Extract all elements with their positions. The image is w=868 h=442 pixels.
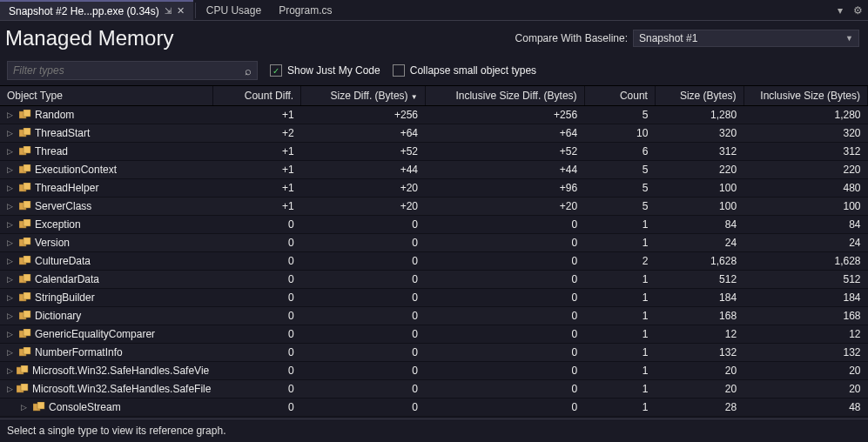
table-scroll[interactable]: Object Type Count Diff. Size Diff. (Byte… — [0, 86, 868, 419]
table-row[interactable]: ▷Thread+1+52+526312312 — [0, 143, 868, 161]
cell-incl-size: 100 — [744, 198, 867, 216]
cell-count-diff: +1 — [212, 198, 301, 216]
compare-baseline-value: Snapshot #1 — [639, 32, 697, 44]
table-row[interactable]: ▷ConsoleStream00012848 — [0, 398, 868, 417]
expand-icon[interactable]: ▷ — [7, 110, 16, 119]
filter-input[interactable] — [13, 64, 245, 77]
cell-incl-size-diff: 0 — [425, 362, 584, 380]
table-row[interactable]: ▷GenericEqualityComparer00011212 — [0, 325, 868, 344]
cell-count-diff: 0 — [212, 344, 301, 362]
tab-snapshot[interactable]: Snapshot #2 He...pp.exe (0.34s) ⇲ ✕ — [0, 0, 193, 20]
table-row[interactable]: ▷CalendarData0001512512 — [0, 271, 868, 289]
expand-icon[interactable]: ▷ — [7, 147, 16, 156]
cell-incl-size-diff: 0 — [425, 380, 584, 398]
class-icon — [19, 329, 31, 339]
cell-count-diff: 0 — [212, 234, 301, 252]
pin-icon[interactable]: ⇲ — [165, 6, 172, 16]
class-icon — [19, 110, 31, 120]
expand-icon[interactable]: ▷ — [7, 220, 16, 229]
collapse-small-checkbox[interactable]: Collapse small object types — [393, 64, 536, 77]
svg-rect-1 — [24, 110, 30, 117]
chevron-down-icon: ▼ — [845, 34, 853, 43]
cell-count: 1 — [584, 307, 655, 325]
table-row[interactable]: ▷CultureData00021,6281,628 — [0, 252, 868, 271]
col-count-diff[interactable]: Count Diff. — [212, 86, 301, 106]
cell-size: 20 — [655, 362, 744, 380]
col-size-diff[interactable]: Size Diff. (Bytes)▼ — [301, 86, 425, 106]
col-count[interactable]: Count — [584, 86, 655, 106]
cell-size-diff: +44 — [301, 161, 425, 179]
col-incl-size-diff[interactable]: Inclusive Size Diff. (Bytes) — [425, 86, 584, 106]
window-dropdown-icon[interactable]: ▾ — [832, 4, 848, 17]
expand-icon[interactable]: ▷ — [7, 165, 16, 174]
tab-cpu-usage[interactable]: CPU Usage — [198, 0, 270, 20]
cell-count: 1 — [584, 234, 655, 252]
expand-icon[interactable]: ▷ — [7, 275, 16, 284]
expand-icon[interactable]: ▷ — [7, 202, 16, 211]
expand-icon[interactable]: ▷ — [7, 238, 16, 247]
cell-count: 5 — [584, 106, 655, 124]
expand-icon[interactable]: ▷ — [7, 366, 13, 375]
cell-size: 168 — [655, 307, 744, 325]
cell-size-diff: +52 — [301, 143, 425, 161]
expand-icon[interactable]: ▷ — [7, 257, 16, 265]
cell-incl-size-diff: 0 — [425, 325, 584, 344]
show-my-code-label: Show Just My Code — [287, 64, 380, 77]
cell-count: 1 — [584, 289, 655, 307]
cell-type: ▷CultureData — [0, 252, 212, 271]
tab-divider — [195, 3, 196, 18]
expand-icon[interactable]: ▷ — [7, 129, 16, 137]
expand-icon[interactable]: ▷ — [7, 385, 13, 393]
close-icon[interactable]: ✕ — [177, 5, 185, 17]
svg-rect-11 — [24, 201, 30, 208]
table-row[interactable]: ▷ServerClass+1+20+205100100 — [0, 198, 868, 216]
table-row[interactable]: ▷Dictionary0001168168 — [0, 307, 868, 325]
type-name: ExecutionContext — [35, 164, 117, 176]
table-row[interactable]: ▷ThreadHelper+1+20+965100480 — [0, 179, 868, 198]
expand-icon[interactable]: ▷ — [21, 403, 30, 412]
tab-program-cs[interactable]: Program.cs — [270, 0, 340, 20]
col-size[interactable]: Size (Bytes) — [655, 86, 744, 106]
expand-icon[interactable]: ▷ — [7, 348, 16, 357]
search-icon[interactable]: ⌕ — [245, 64, 252, 77]
table-row[interactable]: ▷Microsoft.Win32.SafeHandles.SafeFile000… — [0, 380, 868, 398]
type-name: Microsoft.Win32.SafeHandles.SafeFile — [32, 383, 211, 395]
table-row[interactable]: ▷Random+1+256+25651,2801,280 — [0, 106, 868, 124]
table-row[interactable]: ▷StringBuilder0001184184 — [0, 289, 868, 307]
class-icon — [19, 183, 31, 193]
class-icon — [19, 201, 31, 211]
col-incl-size[interactable]: Inclusive Size (Bytes) — [744, 86, 867, 106]
expand-icon[interactable]: ▷ — [7, 311, 16, 320]
col-object-type[interactable]: Object Type — [0, 86, 212, 106]
cell-count-diff: 0 — [212, 380, 301, 398]
compare-label: Compare With Baseline: — [515, 32, 628, 44]
svg-rect-7 — [24, 164, 30, 171]
cell-size-diff: +20 — [301, 179, 425, 198]
cell-count: 1 — [584, 271, 655, 289]
compare-baseline-select[interactable]: Snapshot #1 ▼ — [633, 30, 859, 47]
cell-incl-size: 312 — [744, 143, 867, 161]
cell-incl-size: 12 — [744, 325, 867, 344]
expand-icon[interactable]: ▷ — [7, 330, 16, 338]
expand-icon[interactable]: ▷ — [7, 293, 16, 302]
type-name: ThreadStart — [35, 127, 90, 139]
cell-count-diff: 0 — [212, 307, 301, 325]
gear-icon[interactable]: ⚙ — [848, 4, 868, 17]
table-row[interactable]: ▷ThreadStart+2+64+6410320320 — [0, 124, 868, 143]
svg-rect-23 — [24, 311, 30, 318]
cell-count-diff: 0 — [212, 216, 301, 234]
table-body: ▷Random+1+256+25651,2801,280▷ThreadStart… — [0, 106, 868, 417]
show-my-code-checkbox[interactable]: ✓ Show Just My Code — [270, 64, 380, 77]
type-name: ConsoleStream — [49, 401, 121, 413]
table-row[interactable]: ▷NumberFormatInfo0001132132 — [0, 344, 868, 362]
table-row[interactable]: ▷Exception00018484 — [0, 216, 868, 234]
cell-type: ▷NumberFormatInfo — [0, 344, 212, 362]
type-name: Dictionary — [35, 310, 81, 322]
table-row[interactable]: ▷Microsoft.Win32.SafeHandles.SafeVie0001… — [0, 362, 868, 380]
table-row[interactable]: ▷ExecutionContext+1+44+445220220 — [0, 161, 868, 179]
cell-incl-size-diff: 0 — [425, 398, 584, 417]
class-icon — [19, 238, 31, 248]
cell-incl-size: 480 — [744, 179, 867, 198]
expand-icon[interactable]: ▷ — [7, 184, 16, 192]
table-row[interactable]: ▷Version00012424 — [0, 234, 868, 252]
